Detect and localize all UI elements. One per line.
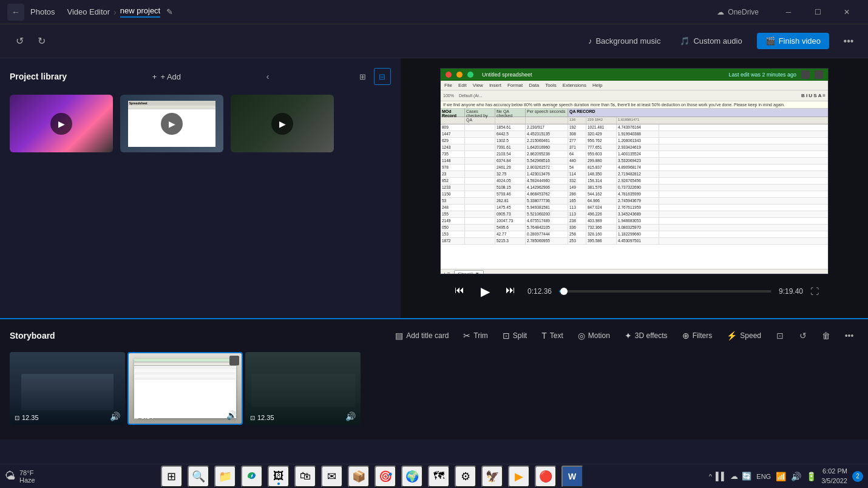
media-item[interactable]: Spreadsheet ▶ xyxy=(120,95,223,152)
progress-fill xyxy=(559,290,564,293)
close-button[interactable]: ✕ xyxy=(833,2,861,22)
add-media-button[interactable]: + + Add xyxy=(152,72,181,81)
taskbar-word[interactable]: W xyxy=(561,466,583,487)
expand-tray-button[interactable]: ^ xyxy=(709,473,712,480)
taskbar-app-1[interactable]: 🎯 xyxy=(375,466,396,487)
onedrive-tray-icon[interactable]: ☁ xyxy=(730,472,738,481)
trim-button[interactable]: ✂ Trim xyxy=(458,328,493,343)
title-bar-right: ☁ OneDrive ─ ☐ ✕ xyxy=(717,2,861,22)
taskbar-left: 🌤 78°F Haze xyxy=(5,469,35,484)
trim-label: Trim xyxy=(473,331,488,340)
onedrive-label: OneDrive xyxy=(728,8,759,16)
toolbar-right: ♪ Background music 🎵 Custom audio 🎬 Fini… xyxy=(583,32,858,51)
total-time: 9:19.40 xyxy=(779,287,803,296)
filters-button[interactable]: ⊕ Filters xyxy=(677,328,717,343)
rotate-button[interactable]: ↺ xyxy=(794,327,812,345)
taskbar-vlc[interactable]: ▶ xyxy=(508,466,530,487)
taskbar-app-2[interactable]: 🦅 xyxy=(481,466,503,487)
clock[interactable]: 6:02 PM 3/5/2022 xyxy=(821,467,847,486)
filters-label: Filters xyxy=(693,331,713,340)
sync-icon[interactable]: 🔄 xyxy=(742,472,751,481)
storyboard-clip[interactable]: ⊡ 12.35 🔊 xyxy=(10,352,125,425)
taskbar-dropbox[interactable]: 📦 xyxy=(348,466,370,487)
taskbar-edge[interactable] xyxy=(241,466,263,487)
window-controls: ─ ☐ ✕ xyxy=(775,2,861,22)
last-edit-label: Last edit was 2 minutes ago xyxy=(728,72,796,78)
next-frame-button[interactable]: ⏭ xyxy=(501,280,520,300)
custom-audio-button[interactable]: 🎵 Custom audio xyxy=(675,34,747,48)
taskbar-file-explorer[interactable]: 📁 xyxy=(214,466,236,487)
motion-button[interactable]: ◎ Motion xyxy=(573,328,615,343)
delete-clip-button[interactable]: 🗑 xyxy=(817,327,835,345)
taskbar-app-3[interactable]: 🔴 xyxy=(535,466,557,487)
media-item[interactable]: ▶ xyxy=(10,95,113,152)
grid-view-6-button[interactable]: ⊟ xyxy=(374,68,391,85)
clip-audio-icon: 🔊 xyxy=(110,412,120,421)
grid-view-4-button[interactable]: ⊞ xyxy=(354,68,371,85)
background-music-button[interactable]: ♪ Background music xyxy=(583,34,665,48)
collapse-panel-button[interactable]: ‹ xyxy=(266,72,270,81)
media-item[interactable]: ▶ xyxy=(231,95,334,152)
weather-widget[interactable]: 🌤 78°F Haze xyxy=(5,469,35,484)
start-button[interactable]: ⊞ xyxy=(161,466,183,487)
more-clip-options-button[interactable]: ••• xyxy=(840,327,858,345)
3d-effects-button[interactable]: ✦ 3D effects xyxy=(620,328,673,343)
undo-button[interactable]: ↺ xyxy=(10,32,29,51)
ss-data-area: MOd Record Cases checked by QA file QA c… xyxy=(441,109,828,269)
taskbar-mail[interactable]: ✉ xyxy=(321,466,343,487)
table-row: 11505793.464.868453762286544.1624.781635… xyxy=(441,191,828,198)
clip-duration-label: 12.35 xyxy=(257,414,274,421)
play-pause-button[interactable]: ▶ xyxy=(474,280,496,302)
finish-video-button[interactable]: 🎬 Finish video xyxy=(757,33,829,49)
minimize-button[interactable]: ─ xyxy=(775,2,802,22)
fullscreen-button[interactable]: ⛶ xyxy=(810,286,819,296)
table-row: 12437391.611.642016960371777.6512.933424… xyxy=(441,144,828,151)
panel-actions: + + Add xyxy=(152,72,181,81)
text-button[interactable]: T Text xyxy=(537,328,568,343)
project-name[interactable]: new project xyxy=(120,6,160,18)
split-button[interactable]: ⊡ Split xyxy=(498,328,532,343)
ss-formula-bar: 100% Default (Ar... B I U S A ≡ xyxy=(441,90,828,101)
system-tray: ^ ▌▌ ☁ 🔄 xyxy=(709,472,752,481)
table-row: 8524024.054.592444960332158.3142.9267654… xyxy=(441,178,828,185)
elapsed-time: 0:12.36 xyxy=(527,287,552,296)
add-title-icon: ▤ xyxy=(395,331,403,341)
ss-menubar: File Edit View Insert Format Data Tools … xyxy=(441,81,828,90)
back-button[interactable]: ← xyxy=(7,4,24,21)
progress-bar[interactable] xyxy=(559,290,771,293)
taskbar-settings[interactable]: ⚙ xyxy=(455,466,476,487)
speed-icon: ⚡ xyxy=(727,331,737,341)
onedrive-area: ☁ OneDrive xyxy=(717,8,759,16)
pause-icon[interactable]: ▌▌ xyxy=(716,472,727,481)
battery-icon[interactable]: 🔋 xyxy=(806,472,816,481)
taskbar-maps[interactable]: 🌍 xyxy=(401,466,423,487)
add-title-card-button[interactable]: ▤ Add title card xyxy=(390,328,453,343)
app-title: Photos xyxy=(30,7,55,16)
edit-project-name-icon[interactable]: ✎ xyxy=(166,7,173,16)
storyboard-clip[interactable]: ⊡ 8:54 🔊 xyxy=(127,352,243,425)
more-options-button[interactable]: ••• xyxy=(839,32,858,51)
restore-button[interactable]: ☐ xyxy=(804,2,832,22)
split-icon: ⊡ xyxy=(503,331,510,341)
storyboard-clip[interactable]: ⊡ 12.35 🔊 xyxy=(245,352,361,425)
volume-icon[interactable]: 🔊 xyxy=(791,472,801,481)
wifi-icon[interactable]: 📶 xyxy=(776,472,786,481)
taskbar-store[interactable]: 🛍 xyxy=(294,466,316,487)
previous-frame-button[interactable]: ⏮ xyxy=(450,280,469,300)
crop-button[interactable]: ⊡ xyxy=(771,327,789,345)
date-display: 3/5/2022 xyxy=(821,476,847,486)
table-row: 1550905.735.521060200113496.2263.3452436… xyxy=(441,211,828,218)
ss-column-headers: MOd Record Cases checked by QA file QA c… xyxy=(441,109,828,117)
speed-button[interactable]: ⚡ Speed xyxy=(722,328,766,343)
taskbar-photos[interactable]: 🖼 xyxy=(268,466,290,487)
undo-redo-group: ↺ ↻ xyxy=(10,32,51,51)
ss-ctrl-icon xyxy=(801,70,810,79)
redo-button[interactable]: ↻ xyxy=(32,32,51,51)
language-indicator[interactable]: ENG xyxy=(756,473,771,480)
search-button[interactable]: 🔍 xyxy=(188,466,209,487)
notification-badge[interactable]: 2 xyxy=(852,471,863,482)
text-label: Text xyxy=(550,331,563,340)
taskbar-snip[interactable]: 🗺 xyxy=(428,466,450,487)
motion-icon: ◎ xyxy=(578,331,585,341)
panel-title: Project library xyxy=(10,72,67,81)
